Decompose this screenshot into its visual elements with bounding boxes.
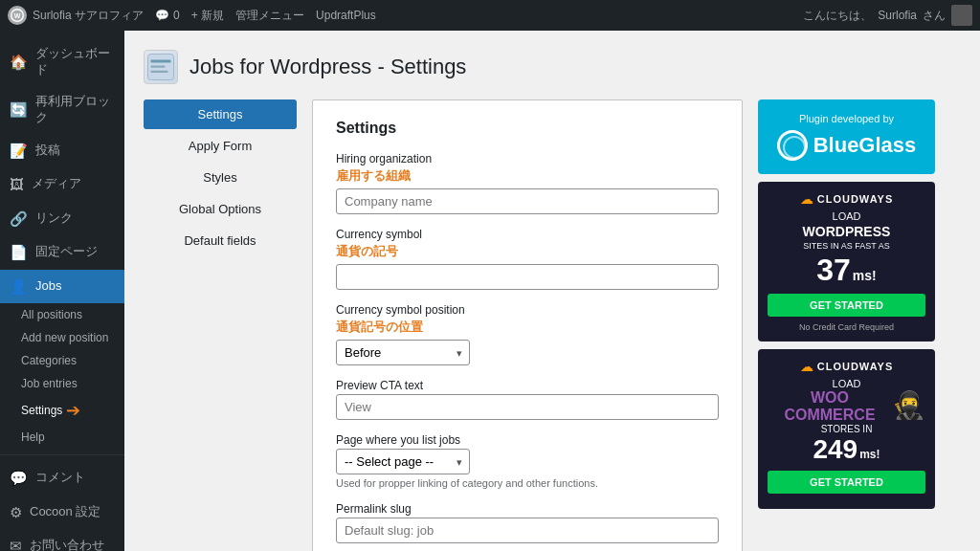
- links-icon: 🔗: [10, 209, 28, 229]
- plugin-label: UpdraftPlus: [316, 9, 376, 22]
- cta-btn-2[interactable]: GET STARTED: [768, 471, 925, 494]
- wp-logo[interactable]: W Surlofia サアロフィア: [8, 6, 144, 25]
- developed-by-text: Plugin developed by: [769, 113, 924, 124]
- submenu-add-new-position[interactable]: Add new position: [0, 326, 124, 349]
- brand-name-text: BlueGlass: [813, 133, 917, 158]
- svg-rect-5: [151, 71, 168, 73]
- field-label-ja-currency-pos: 通貨記号の位置: [336, 319, 719, 336]
- field-label-hiring-org: Hiring organization: [336, 152, 719, 165]
- page-title: Jobs for Wordpress - Settings: [189, 55, 466, 79]
- cloudways-logo-2: ☁ CLOUDWAYS: [768, 359, 925, 374]
- svg-text:W: W: [14, 12, 21, 19]
- settings-panel-title: Settings: [336, 120, 719, 137]
- jobs-icon: 👤: [10, 277, 28, 297]
- ad-cloudways-1[interactable]: ☁ CLOUDWAYS LOAD WORDPRESS SITES IN AS F…: [758, 182, 935, 342]
- submenu-label: Add new position: [21, 331, 108, 344]
- updraftplus-link[interactable]: UpdraftPlus: [316, 9, 376, 22]
- sidebar-item-label: 再利用ブロック: [35, 94, 115, 126]
- submenu-settings[interactable]: Settings ➔: [0, 395, 124, 426]
- cocoon-icon: ⚙: [10, 503, 22, 522]
- settings-panel: Settings Hiring organization 雇用する組織 Curr…: [312, 99, 743, 551]
- sidebar-item-links[interactable]: 🔗 リンク: [0, 202, 124, 236]
- submenu-categories[interactable]: Categories: [0, 349, 124, 372]
- sidebar-item-contact[interactable]: ✉ お問い合わせ: [0, 529, 124, 551]
- field-hiring-org: Hiring organization 雇用する組織: [336, 152, 719, 214]
- submenu-all-positions[interactable]: All positions: [0, 303, 124, 326]
- sidebar-item-media[interactable]: 🖼 メディア: [0, 167, 124, 202]
- submenu-label: Job entries: [21, 377, 78, 390]
- sidebar-item-label: ダッシュボード: [35, 46, 115, 78]
- field-label-currency: Currency symbol: [336, 228, 719, 241]
- load-text-2: LOAD: [768, 378, 925, 389]
- site-name: Surlofia サアロフィア: [33, 8, 144, 24]
- reusable-icon: 🔄: [10, 100, 28, 120]
- field-label-page-list: Page where you list jobs: [336, 433, 719, 447]
- page-list-select[interactable]: -- Select page --: [336, 449, 470, 474]
- page-list-wrapper: -- Select page --: [336, 449, 470, 474]
- comment-icon: 💬: [155, 9, 169, 22]
- speed-unit-2: ms!: [859, 448, 880, 461]
- hiring-org-input[interactable]: [336, 188, 719, 214]
- submenu-help[interactable]: Help: [0, 426, 124, 449]
- settings-nav: Settings Apply Form Styles Global Option…: [144, 99, 297, 551]
- sidebar-item-pages[interactable]: 📄 固定ページ: [0, 235, 124, 270]
- sidebar-item-jobs[interactable]: 👤 Jobs: [0, 270, 124, 304]
- divider: [0, 454, 124, 455]
- nav-settings-btn[interactable]: Settings: [144, 99, 297, 129]
- nav-apply-form-btn[interactable]: Apply Form: [144, 131, 297, 161]
- dashboard-icon: 🏠: [10, 53, 28, 72]
- ad-blueglass[interactable]: Plugin developed by BlueGlass: [758, 99, 935, 174]
- cta-btn-1[interactable]: GET STARTED: [768, 294, 925, 317]
- sidebar-item-posts[interactable]: 📝 投稿: [0, 134, 124, 168]
- admin-menu-link[interactable]: 管理メニュー: [235, 8, 304, 24]
- new-item-link[interactable]: + 新規: [191, 8, 224, 24]
- sidebar-item-cocoon[interactable]: ⚙ Cocoon 設定: [0, 496, 124, 530]
- sidebar-item-label: Cocoon 設定: [30, 504, 100, 520]
- sidebar-item-comments[interactable]: 💬 コメント: [0, 461, 124, 496]
- field-permalink-slug: Permalink slug: [336, 502, 719, 543]
- admin-bar: W Surlofia サアロフィア 💬 0 + 新規 管理メニュー Updraf…: [0, 0, 980, 31]
- username-text: Surlofia: [878, 9, 917, 22]
- stores-text: STORES IN: [768, 424, 925, 434]
- wp-text-1: WORDPRESS: [768, 224, 925, 239]
- sidebar-item-reusable[interactable]: 🔄 再利用ブロック: [0, 86, 124, 134]
- page-header: Jobs for Wordpress - Settings: [144, 50, 961, 84]
- field-preview-cta: Preview CTA text: [336, 379, 719, 420]
- main-content: Jobs for Wordpress - Settings Settings A…: [124, 31, 980, 551]
- sidebar-item-dashboard[interactable]: 🏠 ダッシュボード: [0, 38, 124, 86]
- speed-value-1: 37: [816, 253, 851, 288]
- field-currency-symbol: Currency symbol 通貨の記号: [336, 228, 719, 290]
- nav-default-fields-btn[interactable]: Default fields: [144, 226, 297, 255]
- sidebar-item-label: お問い合わせ: [30, 538, 104, 551]
- comments-link[interactable]: 💬 0: [155, 9, 180, 22]
- san-text: さん: [923, 8, 946, 24]
- nav-global-options-btn[interactable]: Global Options: [144, 194, 297, 224]
- no-credit-text: No Credit Card Required: [768, 322, 925, 332]
- submenu-label: Settings: [21, 404, 62, 417]
- field-currency-position: Currency symbol position 通貨記号の位置 Before …: [336, 303, 719, 365]
- sidebar-item-label: 固定ページ: [35, 244, 98, 260]
- currency-symbol-input[interactable]: [336, 264, 719, 290]
- field-label-currency-pos: Currency symbol position: [336, 303, 719, 317]
- svg-rect-4: [151, 66, 166, 68]
- media-icon: 🖼: [10, 175, 24, 194]
- nav-styles-btn[interactable]: Styles: [144, 163, 297, 192]
- arrow-indicator: ➔: [66, 400, 80, 421]
- field-page-list-jobs: Page where you list jobs -- Select page …: [336, 433, 719, 489]
- currency-position-select[interactable]: Before After: [336, 340, 470, 365]
- right-sidebar-ads: Plugin developed by BlueGlass ☁ CLOUDWAY…: [758, 99, 935, 551]
- submenu-job-entries[interactable]: Job entries: [0, 372, 124, 395]
- permalink-slug-input[interactable]: [336, 518, 719, 543]
- svg-rect-3: [151, 60, 171, 63]
- ninja-emoji: 🥷: [892, 389, 925, 421]
- load-text-1: LOAD: [768, 210, 925, 222]
- content-wrapper: Settings Apply Form Styles Global Option…: [144, 99, 961, 551]
- cloudways-logo-1: ☁ CLOUDWAYS: [768, 191, 925, 207]
- adminbar-user: こんにちは、 Surlofia さん: [803, 5, 972, 26]
- new-label: + 新規: [191, 8, 224, 24]
- preview-cta-input[interactable]: [336, 394, 719, 420]
- ad-cloudways-2[interactable]: ☁ CLOUDWAYS LOAD 🥷 WOO COMMERCE STORES I…: [758, 349, 935, 509]
- admin-sidebar: 🏠 ダッシュボード 🔄 再利用ブロック 📝 投稿 🖼 メディア 🔗 リンク 📄 …: [0, 31, 124, 551]
- submenu-label: Help: [21, 430, 45, 444]
- comments-count: 0: [173, 9, 180, 22]
